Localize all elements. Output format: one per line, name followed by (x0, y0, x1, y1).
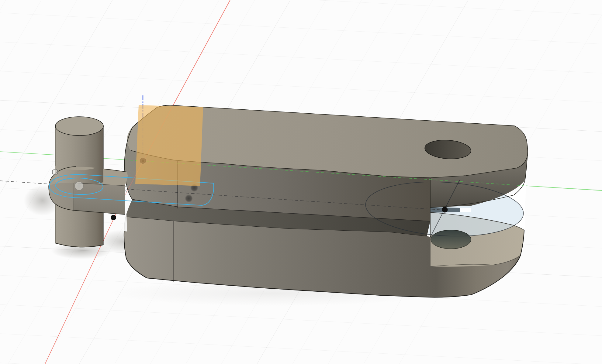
plate-gap-left-opening (123, 213, 127, 232)
ghost-disc-marker[interactable] (75, 182, 83, 190)
gap-interior-bright (460, 208, 471, 212)
sketch-point-right-center[interactable] (442, 207, 448, 213)
bottom-plate-hole[interactable] (431, 230, 471, 249)
cad-viewport[interactable] (0, 0, 602, 364)
y-axis-left[interactable] (0, 152, 55, 155)
hex-outline-marker[interactable] (52, 169, 57, 175)
y-axis-right[interactable] (524, 186, 602, 191)
model-boss-flange-arm[interactable] (49, 166, 128, 215)
cylinder-top-face[interactable] (55, 117, 103, 136)
cad-scene-canvas[interactable] (0, 0, 602, 364)
x-axis-top[interactable] (173, 0, 230, 105)
sketch-plane-highlight[interactable] (135, 105, 203, 186)
y-axis-mid[interactable] (103, 158, 125, 160)
sketch-point-left[interactable] (111, 215, 116, 220)
sketch-point-face-lower[interactable] (185, 194, 193, 202)
